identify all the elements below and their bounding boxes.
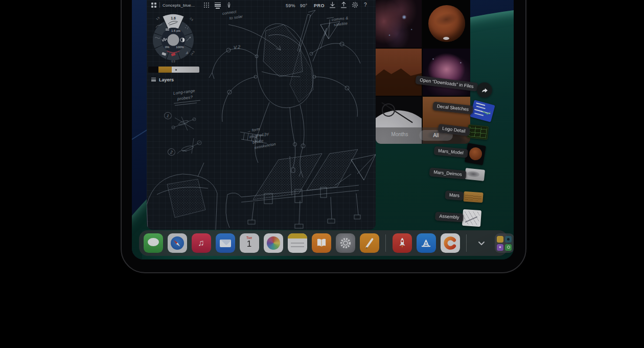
ipad-screen: connectto solarcomms &satelliteV.2Long-r… bbox=[132, 0, 514, 259]
drag-item-label[interactable]: Decal Sketches bbox=[432, 101, 473, 114]
stage: connectto solarcomms &satelliteV.2Long-r… bbox=[0, 0, 644, 348]
drag-item-thumbnail-white-sketch[interactable] bbox=[462, 209, 481, 227]
drag-item-label[interactable]: Assembly bbox=[435, 212, 464, 223]
drag-action-label[interactable]: Open “Downloads” in Files bbox=[415, 75, 478, 92]
drag-item-thumbnail-green-wireframe[interactable] bbox=[467, 124, 489, 140]
forward-arrow-icon bbox=[479, 86, 490, 95]
drag-item-label[interactable]: Mars_Model bbox=[434, 146, 468, 158]
drag-item-label[interactable]: Mars bbox=[445, 190, 464, 200]
share-arrow-badge[interactable] bbox=[477, 82, 492, 98]
drag-item-thumbnail-tan-sketch[interactable] bbox=[463, 191, 483, 203]
drag-item-thumbnail-pencil-sketch[interactable] bbox=[465, 168, 485, 181]
drag-item-thumbnail-blue-decal[interactable] bbox=[470, 100, 495, 122]
drag-item-thumbnail-mars-planet[interactable] bbox=[465, 143, 486, 165]
drag-item-label[interactable]: Mars_Deimos bbox=[429, 167, 467, 179]
drag-layer: Open “Downloads” in Files Decal Sketches… bbox=[132, 0, 514, 259]
drag-item-label[interactable]: Logo Detail bbox=[438, 124, 470, 136]
